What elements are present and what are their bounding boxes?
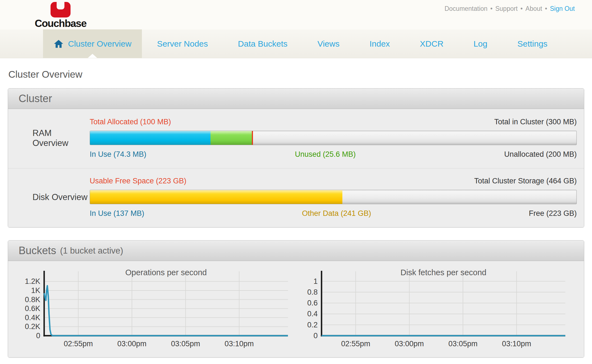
disk-overview-row: Disk Overview Usable Free Space (223 GB)… xyxy=(8,168,584,227)
tab-settings[interactable]: Settings xyxy=(502,29,562,58)
y-tick-label: 1 xyxy=(313,277,318,285)
tab-label: Views xyxy=(317,39,339,49)
disk-bottom-labels: In Use (137 MB) Other Data (241 GB) Free… xyxy=(90,209,577,218)
ram-total-allocated-label: Total Allocated (100 MB) xyxy=(90,118,171,126)
tab-cluster-overview[interactable]: Cluster Overview xyxy=(43,29,142,58)
disk-seg-other-data xyxy=(90,190,342,204)
ram-top-labels: Total Allocated (100 MB) Total in Cluste… xyxy=(90,118,577,126)
series-line xyxy=(44,286,288,336)
tab-data-buckets[interactable]: Data Buckets xyxy=(223,29,302,58)
tab-log[interactable]: Log xyxy=(458,29,502,58)
cluster-panel: Cluster RAM Overview Total Allocated (10… xyxy=(8,88,584,228)
x-tick-label: 02:55pm xyxy=(341,340,370,348)
support-link[interactable]: Support xyxy=(495,5,518,12)
cluster-panel-header: Cluster xyxy=(8,89,584,109)
ram-usage-bar xyxy=(90,131,577,145)
ram-row-label: RAM Overview xyxy=(8,118,90,159)
tab-label: Cluster Overview xyxy=(68,39,131,49)
ram-quota-marker xyxy=(252,131,253,145)
couchbase-couch-icon xyxy=(50,2,71,18)
y-tick-label: 0.8 xyxy=(307,288,318,296)
tab-label: Settings xyxy=(517,39,547,49)
buckets-panel: Buckets (1 bucket active) 02:55pm03:00pm… xyxy=(8,240,584,358)
tab-index[interactable]: Index xyxy=(355,29,405,58)
sign-out-link[interactable]: Sign Out xyxy=(550,5,575,12)
cluster-panel-title: Cluster xyxy=(19,93,52,105)
disk-usable-free-space-label: Usable Free Space (223 GB) xyxy=(90,177,186,185)
buckets-panel-title: Buckets xyxy=(19,245,56,257)
ram-unallocated-label: Unallocated (200 MB) xyxy=(504,150,577,159)
disk-fetches-chart-svg: 02:55pm03:00pm03:05pm03:10pm10.80.60.40.… xyxy=(298,269,572,349)
ram-seg-in-use xyxy=(90,131,210,145)
tab-views[interactable]: Views xyxy=(302,29,354,58)
x-tick-label: 03:10pm xyxy=(225,340,254,348)
x-tick-label: 03:00pm xyxy=(395,340,424,348)
disk-row-label: Disk Overview xyxy=(8,177,90,218)
y-tick-label: 0.6K xyxy=(25,304,40,313)
disk-total-storage-label: Total Cluster Storage (464 GB) xyxy=(474,177,577,185)
x-tick-label: 03:10pm xyxy=(502,340,531,348)
logo-text: Couchbase xyxy=(33,18,88,29)
y-tick-label: 0.2K xyxy=(25,322,40,331)
disk-usage-bar xyxy=(90,190,577,204)
disk-fetches-per-second-chart: 02:55pm03:00pm03:05pm03:10pm10.80.60.40.… xyxy=(298,269,576,350)
about-link[interactable]: About xyxy=(525,5,542,12)
couchbase-logo: Couchbase xyxy=(33,2,88,29)
documentation-link[interactable]: Documentation xyxy=(445,5,488,12)
y-tick-label: 0.4 xyxy=(307,310,318,318)
y-tick-label: 0.8K xyxy=(25,295,40,304)
disk-top-labels: Usable Free Space (223 GB) Total Cluster… xyxy=(90,177,577,185)
tab-xdcr[interactable]: XDCR xyxy=(405,29,458,58)
operations-chart-svg: 02:55pm03:00pm03:05pm03:10pm1.2K1K0.8K0.… xyxy=(21,269,294,349)
ram-seg-unused xyxy=(210,131,252,145)
x-tick-label: 03:05pm xyxy=(448,340,478,348)
y-tick-label: 0 xyxy=(36,332,40,340)
tab-label: XDCR xyxy=(420,39,443,49)
ram-in-use-label: In Use (74.3 MB) xyxy=(90,150,146,159)
y-tick-label: 0 xyxy=(313,332,318,340)
y-tick-label: 0.4K xyxy=(25,314,40,322)
tab-server-nodes[interactable]: Server Nodes xyxy=(142,29,223,58)
y-tick-label: 1K xyxy=(31,286,40,295)
tab-label: Server Nodes xyxy=(157,39,208,49)
tab-label: Log xyxy=(473,39,487,49)
cluster-panel-body: RAM Overview Total Allocated (100 MB) To… xyxy=(8,109,584,227)
active-tab-caret xyxy=(88,54,97,58)
ram-unused-label: Unused (25.6 MB) xyxy=(295,150,356,159)
ram-bar-column: Total Allocated (100 MB) Total in Cluste… xyxy=(90,118,577,159)
home-icon xyxy=(54,39,64,49)
page-title: Cluster Overview xyxy=(8,69,592,80)
tab-label: Data Buckets xyxy=(238,39,287,49)
y-tick-label: 0.6 xyxy=(307,299,318,307)
x-tick-label: 03:00pm xyxy=(117,340,147,348)
y-tick-label: 0.2 xyxy=(307,321,318,329)
disk-bar-column: Usable Free Space (223 GB) Total Cluster… xyxy=(90,177,577,218)
app-header: Couchbase Documentation•Support•About•Si… xyxy=(0,0,592,29)
header-links: Documentation•Support•About•Sign Out xyxy=(445,5,575,12)
buckets-panel-subtitle: (1 bucket active) xyxy=(60,246,123,256)
main-nav: Cluster Overview Server Nodes Data Bucke… xyxy=(0,29,592,58)
buckets-panel-body: 02:55pm03:00pm03:05pm03:10pm1.2K1K0.8K0.… xyxy=(8,261,584,357)
disk-free-label: Free (223 GB) xyxy=(529,209,577,218)
x-tick-label: 02:55pm xyxy=(64,340,93,348)
x-tick-label: 03:05pm xyxy=(171,340,200,348)
ram-total-in-cluster-label: Total in Cluster (300 MB) xyxy=(494,118,577,126)
tab-label: Index xyxy=(370,39,390,49)
y-tick-label: 1.2K xyxy=(25,277,40,285)
chart-title: Disk fetches per second xyxy=(400,269,486,277)
chart-title: Operations per second xyxy=(125,269,207,277)
bucket-charts: 02:55pm03:00pm03:05pm03:10pm1.2K1K0.8K0.… xyxy=(8,261,584,357)
buckets-panel-header: Buckets (1 bucket active) xyxy=(8,241,584,261)
disk-other-data-label: Other Data (241 GB) xyxy=(302,209,371,218)
disk-in-use-label: In Use (137 MB) xyxy=(90,209,144,218)
ram-bottom-labels: In Use (74.3 MB) Unused (25.6 MB) Unallo… xyxy=(90,150,577,159)
separator: • xyxy=(490,5,493,12)
separator: • xyxy=(520,5,523,12)
ram-overview-row: RAM Overview Total Allocated (100 MB) To… xyxy=(8,109,584,168)
separator: • xyxy=(545,5,547,12)
operations-per-second-chart: 02:55pm03:00pm03:05pm03:10pm1.2K1K0.8K0.… xyxy=(21,269,298,350)
